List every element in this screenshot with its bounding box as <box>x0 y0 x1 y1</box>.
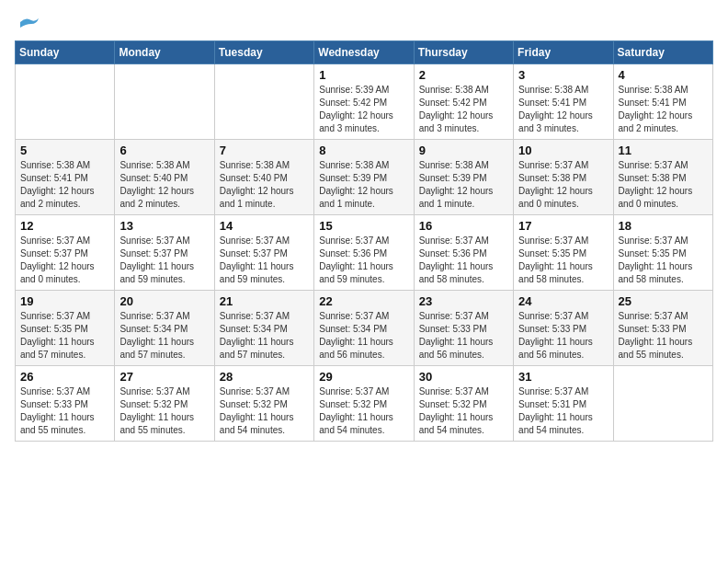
empty-cell <box>613 366 712 442</box>
day-number: 5 <box>20 144 109 157</box>
day-info: Sunrise: 5:38 AM Sunset: 5:40 PM Dayligh… <box>220 159 309 211</box>
day-number: 23 <box>419 294 508 308</box>
calendar-week-row: 19Sunrise: 5:37 AM Sunset: 5:35 PM Dayli… <box>16 291 713 366</box>
calendar-day-17: 17Sunrise: 5:37 AM Sunset: 5:35 PM Dayli… <box>514 215 613 291</box>
calendar-day-31: 31Sunrise: 5:37 AM Sunset: 5:31 PM Dayli… <box>514 366 613 442</box>
day-info: Sunrise: 5:38 AM Sunset: 5:40 PM Dayligh… <box>119 159 209 211</box>
day-number: 8 <box>319 144 408 157</box>
calendar-day-2: 2Sunrise: 5:38 AM Sunset: 5:42 PM Daylig… <box>414 64 513 140</box>
day-info: Sunrise: 5:38 AM Sunset: 5:41 PM Dayligh… <box>20 159 109 211</box>
calendar-day-26: 26Sunrise: 5:37 AM Sunset: 5:33 PM Dayli… <box>16 366 115 442</box>
day-info: Sunrise: 5:37 AM Sunset: 5:33 PM Dayligh… <box>518 310 608 362</box>
empty-cell <box>214 64 313 140</box>
day-info: Sunrise: 5:38 AM Sunset: 5:41 PM Dayligh… <box>619 84 708 135</box>
day-info: Sunrise: 5:37 AM Sunset: 5:37 PM Dayligh… <box>20 235 109 286</box>
calendar-day-29: 29Sunrise: 5:37 AM Sunset: 5:32 PM Dayli… <box>314 366 414 442</box>
day-info: Sunrise: 5:37 AM Sunset: 5:32 PM Dayligh… <box>220 385 309 437</box>
day-header-friday: Friday <box>514 41 613 64</box>
day-info: Sunrise: 5:37 AM Sunset: 5:37 PM Dayligh… <box>220 235 309 286</box>
calendar-day-18: 18Sunrise: 5:37 AM Sunset: 5:35 PM Dayli… <box>613 215 712 291</box>
calendar-header-row: SundayMondayTuesdayWednesdayThursdayFrid… <box>16 41 713 64</box>
day-number: 15 <box>319 219 408 233</box>
day-header-saturday: Saturday <box>613 41 712 64</box>
page-header <box>15 15 713 29</box>
calendar-day-30: 30Sunrise: 5:37 AM Sunset: 5:32 PM Dayli… <box>414 366 513 442</box>
calendar-day-1: 1Sunrise: 5:39 AM Sunset: 5:42 PM Daylig… <box>314 64 414 140</box>
day-info: Sunrise: 5:37 AM Sunset: 5:34 PM Dayligh… <box>319 310 408 362</box>
calendar-day-24: 24Sunrise: 5:37 AM Sunset: 5:33 PM Dayli… <box>514 291 613 366</box>
calendar-day-8: 8Sunrise: 5:38 AM Sunset: 5:39 PM Daylig… <box>314 140 414 215</box>
calendar-day-20: 20Sunrise: 5:37 AM Sunset: 5:34 PM Dayli… <box>115 291 214 366</box>
day-info: Sunrise: 5:37 AM Sunset: 5:35 PM Dayligh… <box>619 235 708 286</box>
calendar-day-11: 11Sunrise: 5:37 AM Sunset: 5:38 PM Dayli… <box>613 140 712 215</box>
calendar-day-16: 16Sunrise: 5:37 AM Sunset: 5:36 PM Dayli… <box>414 215 513 291</box>
empty-cell <box>115 64 214 140</box>
calendar-day-4: 4Sunrise: 5:38 AM Sunset: 5:41 PM Daylig… <box>613 64 712 140</box>
day-info: Sunrise: 5:38 AM Sunset: 5:42 PM Dayligh… <box>419 84 508 135</box>
empty-cell <box>16 64 115 140</box>
calendar-day-12: 12Sunrise: 5:37 AM Sunset: 5:37 PM Dayli… <box>16 215 115 291</box>
day-info: Sunrise: 5:37 AM Sunset: 5:36 PM Dayligh… <box>319 235 408 286</box>
calendar-day-3: 3Sunrise: 5:38 AM Sunset: 5:41 PM Daylig… <box>514 64 613 140</box>
day-header-sunday: Sunday <box>16 41 115 64</box>
day-info: Sunrise: 5:39 AM Sunset: 5:42 PM Dayligh… <box>319 84 408 135</box>
day-number: 19 <box>20 294 109 308</box>
calendar-day-27: 27Sunrise: 5:37 AM Sunset: 5:32 PM Dayli… <box>115 366 214 442</box>
day-number: 4 <box>619 68 708 82</box>
calendar-table: SundayMondayTuesdayWednesdayThursdayFrid… <box>15 40 713 442</box>
day-info: Sunrise: 5:38 AM Sunset: 5:39 PM Dayligh… <box>319 159 408 211</box>
day-info: Sunrise: 5:37 AM Sunset: 5:32 PM Dayligh… <box>319 385 408 437</box>
day-info: Sunrise: 5:37 AM Sunset: 5:32 PM Dayligh… <box>419 385 508 437</box>
day-number: 18 <box>619 219 708 233</box>
calendar-day-23: 23Sunrise: 5:37 AM Sunset: 5:33 PM Dayli… <box>414 291 513 366</box>
day-info: Sunrise: 5:37 AM Sunset: 5:35 PM Dayligh… <box>20 310 109 362</box>
day-number: 11 <box>619 144 708 157</box>
day-number: 12 <box>20 219 109 233</box>
day-number: 26 <box>20 370 109 384</box>
day-info: Sunrise: 5:37 AM Sunset: 5:32 PM Dayligh… <box>119 385 209 437</box>
day-info: Sunrise: 5:37 AM Sunset: 5:38 PM Dayligh… <box>619 159 708 211</box>
day-info: Sunrise: 5:37 AM Sunset: 5:34 PM Dayligh… <box>220 310 309 362</box>
calendar-day-28: 28Sunrise: 5:37 AM Sunset: 5:32 PM Dayli… <box>214 366 313 442</box>
calendar-week-row: 5Sunrise: 5:38 AM Sunset: 5:41 PM Daylig… <box>16 140 713 215</box>
calendar-day-22: 22Sunrise: 5:37 AM Sunset: 5:34 PM Dayli… <box>314 291 414 366</box>
day-header-wednesday: Wednesday <box>314 41 414 64</box>
calendar-day-21: 21Sunrise: 5:37 AM Sunset: 5:34 PM Dayli… <box>214 291 313 366</box>
day-number: 1 <box>319 68 408 82</box>
day-header-tuesday: Tuesday <box>214 41 313 64</box>
calendar-day-7: 7Sunrise: 5:38 AM Sunset: 5:40 PM Daylig… <box>214 140 313 215</box>
day-info: Sunrise: 5:37 AM Sunset: 5:37 PM Dayligh… <box>119 235 209 286</box>
calendar-day-9: 9Sunrise: 5:38 AM Sunset: 5:39 PM Daylig… <box>414 140 513 215</box>
day-number: 7 <box>220 144 309 157</box>
day-number: 24 <box>518 294 608 308</box>
calendar-week-row: 26Sunrise: 5:37 AM Sunset: 5:33 PM Dayli… <box>16 366 713 442</box>
day-info: Sunrise: 5:37 AM Sunset: 5:36 PM Dayligh… <box>419 235 508 286</box>
day-info: Sunrise: 5:38 AM Sunset: 5:41 PM Dayligh… <box>518 84 608 135</box>
day-header-monday: Monday <box>115 41 214 64</box>
day-number: 3 <box>518 68 608 82</box>
day-info: Sunrise: 5:38 AM Sunset: 5:39 PM Dayligh… <box>419 159 508 211</box>
day-number: 17 <box>518 219 608 233</box>
day-number: 27 <box>119 370 209 384</box>
calendar-day-15: 15Sunrise: 5:37 AM Sunset: 5:36 PM Dayli… <box>314 215 414 291</box>
day-number: 28 <box>220 370 309 384</box>
day-number: 31 <box>518 370 608 384</box>
day-info: Sunrise: 5:37 AM Sunset: 5:34 PM Dayligh… <box>119 310 209 362</box>
calendar-day-6: 6Sunrise: 5:38 AM Sunset: 5:40 PM Daylig… <box>115 140 214 215</box>
calendar-day-5: 5Sunrise: 5:38 AM Sunset: 5:41 PM Daylig… <box>16 140 115 215</box>
day-info: Sunrise: 5:37 AM Sunset: 5:31 PM Dayligh… <box>518 385 608 437</box>
day-number: 2 <box>419 68 508 82</box>
day-number: 6 <box>119 144 209 157</box>
day-number: 9 <box>419 144 508 157</box>
day-header-thursday: Thursday <box>414 41 513 64</box>
calendar-week-row: 1Sunrise: 5:39 AM Sunset: 5:42 PM Daylig… <box>16 64 713 140</box>
day-number: 20 <box>119 294 209 308</box>
day-number: 10 <box>518 144 608 157</box>
day-info: Sunrise: 5:37 AM Sunset: 5:33 PM Dayligh… <box>619 310 708 362</box>
day-number: 16 <box>419 219 508 233</box>
day-number: 25 <box>619 294 708 308</box>
logo-bird-icon <box>18 15 39 29</box>
calendar-week-row: 12Sunrise: 5:37 AM Sunset: 5:37 PM Dayli… <box>16 215 713 291</box>
logo <box>15 15 39 29</box>
day-number: 21 <box>220 294 309 308</box>
